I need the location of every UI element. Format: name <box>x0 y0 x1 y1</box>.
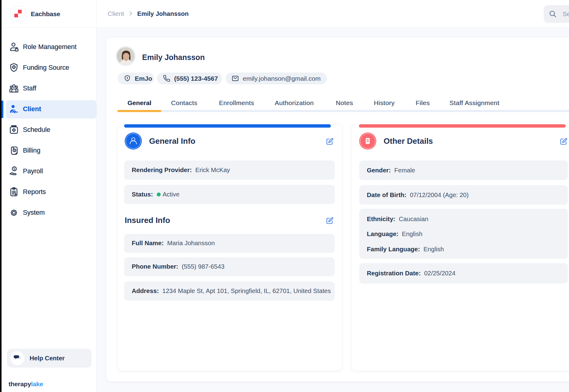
svg-text:$: $ <box>14 149 16 152</box>
svg-text:$: $ <box>13 167 16 171</box>
